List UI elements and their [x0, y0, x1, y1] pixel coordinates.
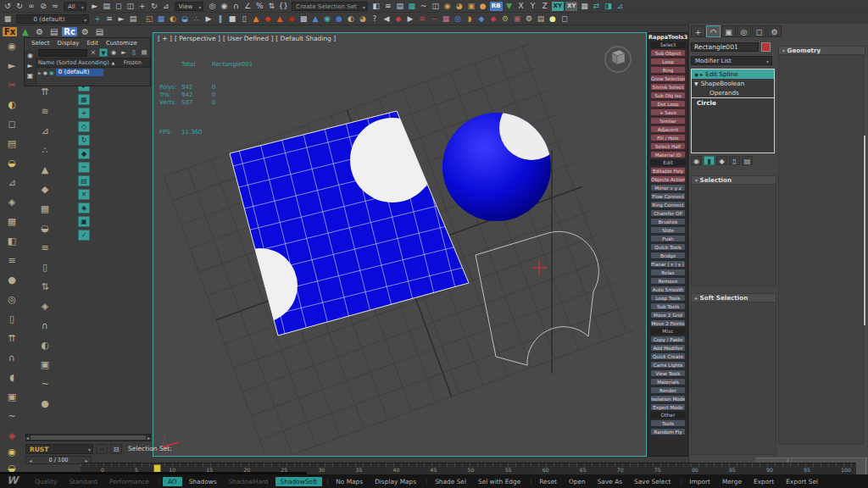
track-mode-icon[interactable]: ◈: [2, 430, 22, 441]
rappa-select-half-button[interactable]: Select Half: [650, 142, 686, 150]
create-layer-icon[interactable]: +: [92, 14, 103, 25]
stack-item-operands[interactable]: Operands: [692, 88, 774, 97]
filter-funnel-icon[interactable]: ▼: [99, 48, 108, 57]
rectangle-spline-object[interactable]: [476, 231, 598, 365]
render-production-icon[interactable]: ●: [477, 1, 489, 12]
rappa-sub-tools-button[interactable]: Sub Tools: [650, 302, 686, 310]
select-object-icon[interactable]: ►: [89, 1, 101, 12]
grass-tool-icon[interactable]: ⇈: [2, 333, 22, 344]
lock-icon[interactable]: ◉: [109, 48, 118, 57]
column-header-name[interactable]: Name (Sorted Ascending): [38, 59, 109, 66]
stack-item-edit-spline[interactable]: ◉ ▸ Edit Spline: [692, 69, 774, 79]
ripple-brush-icon[interactable]: ≋: [34, 106, 56, 117]
updown-brush-icon[interactable]: ⇅: [34, 281, 56, 292]
rappa-view-tools-button[interactable]: View Tools: [650, 369, 686, 377]
range-bar-icon[interactable]: −: [428, 14, 440, 25]
scroll-right-arrow-icon[interactable]: ▸: [147, 435, 150, 441]
object-color-swatch[interactable]: [761, 42, 771, 52]
viewport-menu-camera[interactable]: [ Perspective ]: [175, 35, 220, 42]
trees-brush-icon[interactable]: ⇈: [34, 86, 56, 97]
rappa-tools-button[interactable]: Tools: [650, 419, 686, 427]
schematic-material-icon[interactable]: ◱: [143, 14, 155, 25]
snaps-toggle-icon[interactable]: ∩: [230, 1, 242, 12]
quick-close-button[interactable]: ×: [78, 189, 90, 200]
burn-icon[interactable]: ◆: [286, 14, 298, 25]
display-eye-icon[interactable]: ◉: [25, 52, 36, 59]
bind-to-space-warp-icon[interactable]: ≈: [49, 1, 61, 12]
rappa-remove-button[interactable]: Remove: [650, 277, 686, 285]
liquid-icon[interactable]: ●: [333, 14, 345, 25]
particle-view-icon[interactable]: ∴: [191, 14, 203, 25]
layer-row-label[interactable]: 0 (default): [56, 69, 103, 76]
cube-tool-icon[interactable]: ◻: [559, 14, 570, 25]
select-and-move-icon[interactable]: +: [136, 1, 148, 12]
grid-tools-icon[interactable]: ▦: [578, 1, 590, 12]
restrict-x-icon[interactable]: X: [515, 1, 527, 12]
tab-motion[interactable]: ◎: [737, 25, 751, 37]
schematic-view-icon[interactable]: ◫: [430, 1, 442, 12]
pick-object-icon[interactable]: ►: [120, 48, 128, 57]
horizontal-scrollbar[interactable]: ◂ ▸: [25, 434, 151, 441]
rappa-move-2-points-button[interactable]: Move 2 Points: [650, 319, 686, 327]
key-filter-icon[interactable]: ◉: [2, 446, 22, 458]
rc-list-icon[interactable]: ▤: [92, 26, 107, 37]
viewport-menu-pov[interactable]: [ User Defined ]: [223, 35, 273, 42]
named-selection-sets-dropdown[interactable]: Create Selection Set: [292, 2, 367, 11]
rappa-auto-smooth-button[interactable]: Auto Smooth: [650, 286, 686, 293]
import-down-icon[interactable]: ▼: [504, 1, 515, 12]
sb-display-maps[interactable]: Display Maps: [370, 477, 421, 486]
configure-modifier-icon[interactable]: ▤: [742, 156, 753, 165]
rappa-move-2-grid-button[interactable]: Move 2 Grid: [650, 311, 686, 319]
mesh-brush-icon[interactable]: ▦: [34, 203, 56, 214]
tab-hierarchy[interactable]: ▣: [721, 25, 736, 37]
sb-separator[interactable]: |: [677, 478, 682, 485]
quick-solid-button[interactable]: ◆: [78, 148, 90, 159]
rc-badge-icon[interactable]: Rc: [62, 27, 77, 36]
rappa-material-id-button[interactable]: Material ID: [650, 151, 686, 158]
stack-item-icon[interactable]: ▼: [694, 79, 698, 88]
arch-tool-icon[interactable]: ∩: [2, 352, 22, 363]
gem-tool-icon[interactable]: ◈: [2, 197, 22, 208]
half-moon-icon[interactable]: ◐: [2, 99, 22, 110]
layer-list-icon[interactable]: ≡: [103, 14, 115, 25]
rectangular-region-icon[interactable]: ◻: [113, 1, 125, 12]
rappa-materials-button[interactable]: Materials: [650, 378, 686, 385]
rappa-quick-create-button[interactable]: Quick Create: [650, 352, 686, 360]
tab-create[interactable]: +: [691, 25, 705, 37]
fx-badge-icon[interactable]: Fx: [3, 27, 17, 36]
peak-brush-icon[interactable]: ▲: [34, 164, 56, 175]
palette-icon[interactable]: ▤: [535, 14, 547, 25]
tile-brush-icon[interactable]: ▣: [34, 359, 56, 370]
target-icon[interactable]: ◎: [452, 14, 464, 25]
viewcube[interactable]: [600, 42, 636, 77]
rappa-grow-selection-button[interactable]: Grow Selection: [650, 75, 686, 82]
next-key-icon[interactable]: ▶: [404, 14, 416, 25]
spinner-snap-icon[interactable]: ⇅: [265, 1, 277, 12]
use-pivot-center-icon[interactable]: ◎: [206, 1, 218, 12]
gear-icon[interactable]: ⚙: [499, 14, 511, 25]
sphere-object[interactable]: [442, 96, 564, 221]
sphere-tool-icon[interactable]: ●: [2, 274, 22, 286]
restrict-plane-icon[interactable]: XY: [552, 2, 564, 11]
subtract-set-button[interactable]: ⊟: [110, 444, 122, 454]
sb-separator[interactable]: |: [156, 478, 161, 485]
window-crossing-icon[interactable]: ◫: [125, 1, 136, 12]
mirror-icon[interactable]: ◧: [370, 1, 382, 12]
named-selection-set-field[interactable]: RUST: [25, 444, 93, 454]
menu-display[interactable]: Display: [58, 40, 80, 47]
measure-icon[interactable]: ⊿: [614, 1, 626, 12]
rappa-objects-actions-button[interactable]: Objects Actions: [650, 175, 686, 183]
tunnel-brush-icon[interactable]: ∩: [34, 320, 56, 331]
teapot-icon[interactable]: ◕: [357, 14, 369, 25]
rb-badge-icon[interactable]: RB: [490, 2, 503, 11]
rappa-copy-paste-button[interactable]: Copy / Paste: [650, 336, 686, 343]
uv-editor-icon[interactable]: ▦: [155, 14, 167, 25]
viewport-menu-shading[interactable]: [ Default Shading ]: [275, 35, 336, 42]
clear-search-icon[interactable]: ×: [89, 48, 97, 57]
sb-sel-with-edge[interactable]: Sel with Edge: [473, 477, 526, 486]
render-setup-icon[interactable]: ◕: [453, 1, 465, 12]
fire-preset-icon[interactable]: ◆: [262, 14, 274, 25]
sb-merge[interactable]: Merge: [717, 477, 747, 486]
select-by-name-icon[interactable]: ▤: [101, 1, 113, 12]
half-box-icon[interactable]: ◧: [2, 236, 22, 247]
